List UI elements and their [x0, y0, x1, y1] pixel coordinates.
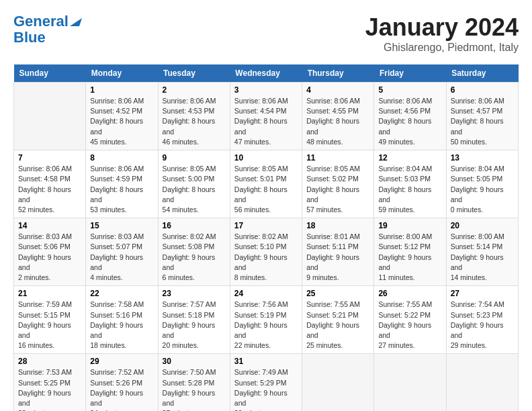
calendar-table: SundayMondayTuesdayWednesdayThursdayFrid…	[13, 64, 519, 411]
day-number: 2	[163, 85, 226, 95]
calendar-cell: 6 Sunrise: 8:06 AMSunset: 4:57 PMDayligh…	[446, 83, 518, 150]
day-number: 31	[234, 357, 298, 366]
day-info: Sunrise: 8:02 AMSunset: 5:08 PMDaylight:…	[163, 232, 226, 283]
day-number: 4	[306, 85, 369, 95]
calendar-cell: 16 Sunrise: 8:02 AMSunset: 5:08 PMDaylig…	[158, 218, 230, 286]
calendar-cell: 13 Sunrise: 8:04 AMSunset: 5:05 PMDaylig…	[446, 150, 518, 218]
svg-marker-0	[70, 18, 82, 26]
day-number: 29	[90, 357, 153, 366]
calendar-cell: 10 Sunrise: 8:05 AMSunset: 5:01 PMDaylig…	[230, 150, 302, 218]
day-number: 8	[90, 153, 153, 163]
weekday-header-sunday: Sunday	[14, 64, 86, 83]
day-number: 17	[234, 221, 298, 230]
calendar-cell: 29 Sunrise: 7:52 AMSunset: 5:26 PMDaylig…	[86, 354, 158, 411]
calendar-cell: 25 Sunrise: 7:55 AMSunset: 5:21 PMDaylig…	[302, 286, 374, 354]
day-number: 20	[451, 221, 514, 230]
day-number: 5	[378, 85, 441, 95]
day-info: Sunrise: 8:05 AMSunset: 5:01 PMDaylight:…	[234, 164, 298, 215]
day-number: 22	[90, 289, 153, 298]
day-info: Sunrise: 8:04 AMSunset: 5:05 PMDaylight:…	[451, 164, 514, 215]
day-number: 24	[234, 289, 298, 298]
day-number: 25	[306, 289, 369, 298]
day-info: Sunrise: 8:01 AMSunset: 5:11 PMDaylight:…	[306, 232, 369, 283]
day-number: 26	[378, 289, 441, 298]
calendar-week-row: 28 Sunrise: 7:53 AMSunset: 5:25 PMDaylig…	[14, 354, 519, 411]
calendar-cell: 20 Sunrise: 8:00 AMSunset: 5:14 PMDaylig…	[446, 218, 518, 286]
month-title: January 2024	[365, 13, 519, 42]
calendar-cell: 1 Sunrise: 8:06 AMSunset: 4:52 PMDayligh…	[86, 83, 158, 150]
day-info: Sunrise: 8:00 AMSunset: 5:14 PMDaylight:…	[451, 232, 514, 283]
day-info: Sunrise: 8:00 AMSunset: 5:12 PMDaylight:…	[378, 232, 441, 283]
weekday-header-wednesday: Wednesday	[230, 64, 302, 83]
day-info: Sunrise: 7:52 AMSunset: 5:26 PMDaylight:…	[90, 367, 153, 411]
calendar-cell	[374, 354, 446, 411]
logo: General Blue	[13, 13, 82, 46]
calendar-cell: 2 Sunrise: 8:06 AMSunset: 4:53 PMDayligh…	[158, 83, 230, 150]
day-info: Sunrise: 8:03 AMSunset: 5:07 PMDaylight:…	[90, 232, 153, 283]
day-info: Sunrise: 8:05 AMSunset: 5:02 PMDaylight:…	[306, 164, 369, 215]
weekday-header-friday: Friday	[374, 64, 446, 83]
calendar-cell: 4 Sunrise: 8:06 AMSunset: 4:55 PMDayligh…	[302, 83, 374, 150]
day-number: 9	[163, 153, 226, 163]
day-number: 13	[451, 153, 514, 163]
day-info: Sunrise: 8:04 AMSunset: 5:03 PMDaylight:…	[378, 164, 441, 215]
calendar-week-row: 14 Sunrise: 8:03 AMSunset: 5:06 PMDaylig…	[14, 218, 519, 286]
day-number: 30	[163, 357, 226, 366]
day-info: Sunrise: 8:06 AMSunset: 4:57 PMDaylight:…	[451, 96, 514, 147]
weekday-header-monday: Monday	[86, 64, 158, 83]
calendar-cell: 5 Sunrise: 8:06 AMSunset: 4:56 PMDayligh…	[374, 83, 446, 150]
calendar-cell	[446, 354, 518, 411]
day-info: Sunrise: 7:59 AMSunset: 5:15 PMDaylight:…	[18, 300, 81, 351]
calendar-cell: 11 Sunrise: 8:05 AMSunset: 5:02 PMDaylig…	[302, 150, 374, 218]
calendar-cell: 21 Sunrise: 7:59 AMSunset: 5:15 PMDaylig…	[14, 286, 86, 354]
title-area: January 2024 Ghislarengo, Piedmont, Ital…	[365, 13, 519, 54]
day-info: Sunrise: 8:06 AMSunset: 4:58 PMDaylight:…	[18, 164, 81, 215]
header: General Blue January 2024 Ghislarengo, P…	[13, 13, 519, 54]
calendar-week-row: 21 Sunrise: 7:59 AMSunset: 5:15 PMDaylig…	[14, 286, 519, 354]
day-info: Sunrise: 8:06 AMSunset: 4:59 PMDaylight:…	[90, 164, 153, 215]
logo-bird-icon	[70, 14, 82, 26]
day-number: 14	[18, 221, 81, 230]
day-number: 21	[18, 289, 81, 298]
day-info: Sunrise: 8:02 AMSunset: 5:10 PMDaylight:…	[234, 232, 298, 283]
calendar-cell: 23 Sunrise: 7:57 AMSunset: 5:18 PMDaylig…	[158, 286, 230, 354]
logo-text-blue: Blue	[13, 30, 82, 46]
day-number: 6	[451, 85, 514, 95]
calendar-cell	[14, 83, 86, 150]
calendar-cell: 26 Sunrise: 7:55 AMSunset: 5:22 PMDaylig…	[374, 286, 446, 354]
calendar-cell: 14 Sunrise: 8:03 AMSunset: 5:06 PMDaylig…	[14, 218, 86, 286]
day-info: Sunrise: 7:53 AMSunset: 5:25 PMDaylight:…	[18, 367, 81, 411]
day-info: Sunrise: 8:06 AMSunset: 4:54 PMDaylight:…	[234, 96, 298, 147]
calendar-cell: 12 Sunrise: 8:04 AMSunset: 5:03 PMDaylig…	[374, 150, 446, 218]
day-info: Sunrise: 7:57 AMSunset: 5:18 PMDaylight:…	[163, 300, 226, 351]
calendar-cell: 28 Sunrise: 7:53 AMSunset: 5:25 PMDaylig…	[14, 354, 86, 411]
calendar-cell: 30 Sunrise: 7:50 AMSunset: 5:28 PMDaylig…	[158, 354, 230, 411]
logo-text-general: General	[13, 13, 69, 30]
day-number: 23	[163, 289, 226, 298]
location: Ghislarengo, Piedmont, Italy	[365, 42, 519, 54]
day-number: 15	[90, 221, 153, 230]
calendar-cell: 17 Sunrise: 8:02 AMSunset: 5:10 PMDaylig…	[230, 218, 302, 286]
calendar-week-row: 7 Sunrise: 8:06 AMSunset: 4:58 PMDayligh…	[14, 150, 519, 218]
day-info: Sunrise: 8:03 AMSunset: 5:06 PMDaylight:…	[18, 232, 81, 283]
weekday-header-row: SundayMondayTuesdayWednesdayThursdayFrid…	[14, 64, 519, 83]
day-number: 1	[90, 85, 153, 95]
day-number: 28	[18, 357, 81, 366]
weekday-header-tuesday: Tuesday	[158, 64, 230, 83]
calendar-cell: 22 Sunrise: 7:58 AMSunset: 5:16 PMDaylig…	[86, 286, 158, 354]
weekday-header-thursday: Thursday	[302, 64, 374, 83]
day-number: 3	[234, 85, 298, 95]
day-info: Sunrise: 8:06 AMSunset: 4:53 PMDaylight:…	[163, 96, 226, 147]
calendar-cell: 18 Sunrise: 8:01 AMSunset: 5:11 PMDaylig…	[302, 218, 374, 286]
day-info: Sunrise: 8:06 AMSunset: 4:52 PMDaylight:…	[90, 96, 153, 147]
day-info: Sunrise: 8:06 AMSunset: 4:56 PMDaylight:…	[378, 96, 441, 147]
calendar-cell: 27 Sunrise: 7:54 AMSunset: 5:23 PMDaylig…	[446, 286, 518, 354]
day-number: 7	[18, 153, 81, 163]
day-info: Sunrise: 8:06 AMSunset: 4:55 PMDaylight:…	[306, 96, 369, 147]
weekday-header-saturday: Saturday	[446, 64, 518, 83]
day-number: 27	[451, 289, 514, 298]
calendar-cell: 24 Sunrise: 7:56 AMSunset: 5:19 PMDaylig…	[230, 286, 302, 354]
day-info: Sunrise: 7:50 AMSunset: 5:28 PMDaylight:…	[163, 367, 226, 411]
day-number: 18	[306, 221, 369, 230]
calendar-cell	[302, 354, 374, 411]
